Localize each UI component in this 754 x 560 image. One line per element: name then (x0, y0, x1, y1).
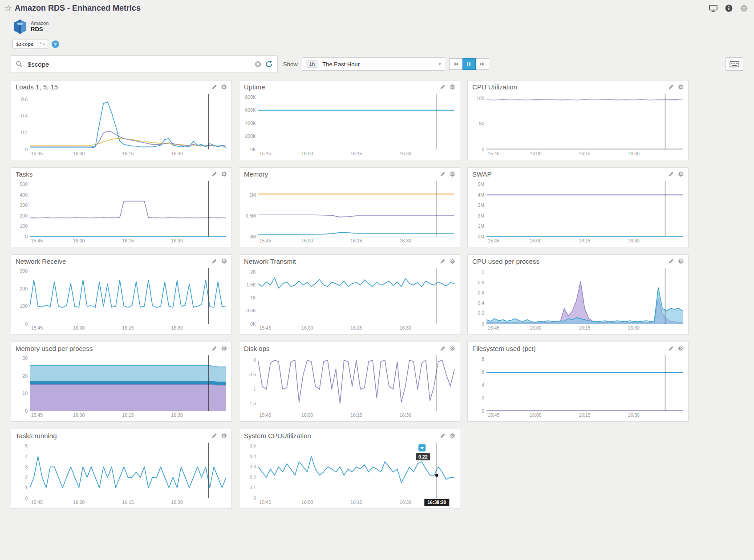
svg-text:0.6: 0.6 (21, 97, 28, 102)
chart-plot[interactable]: 0246815:4516:0016:1516:30 (468, 353, 687, 419)
svg-text:4M: 4M (478, 192, 484, 197)
fast-forward-icon (479, 61, 485, 67)
edit-pencil-icon[interactable] (668, 346, 674, 351)
chart-plot[interactable]: 0-0.5-1-1.515:4516:0016:1516:30 (239, 353, 459, 419)
svg-text:16:00: 16:00 (301, 412, 313, 418)
chart-settings-gear-icon[interactable] (450, 258, 455, 264)
chart-title: Disk ops (244, 345, 440, 352)
chart-title: Tasks running (16, 432, 211, 439)
svg-text:0: 0 (25, 147, 28, 152)
edit-pencil-icon[interactable] (668, 258, 674, 264)
svg-text:16:00: 16:00 (73, 238, 85, 243)
chart-plot[interactable]: 0K200K400K600K800K15:4516:0016:1516:30 (239, 92, 459, 157)
svg-text:15:45: 15:45 (259, 151, 271, 156)
chart-settings-gear-icon[interactable] (678, 258, 684, 264)
svg-text:2K: 2K (250, 269, 256, 274)
svg-text:500: 500 (20, 181, 28, 187)
svg-text:20: 20 (22, 373, 28, 379)
help-icon[interactable]: ? (52, 40, 59, 48)
search-input[interactable] (27, 60, 251, 68)
svg-text:0: 0 (25, 234, 28, 239)
edit-pencil-icon[interactable] (440, 258, 446, 264)
chart-settings-gear-icon[interactable] (678, 346, 684, 351)
time-forward-button[interactable] (476, 58, 489, 70)
svg-text:800K: 800K (245, 94, 256, 100)
edit-pencil-icon[interactable] (211, 346, 217, 351)
chart-plot[interactable]: 0M1M2M3M4M5M15:4516:0016:1516:30 (468, 179, 687, 245)
edit-pencil-icon[interactable] (440, 433, 446, 439)
chart-plot[interactable]: 00.10.20.30.40.515:4516:0016:1516:300.22… (239, 440, 459, 506)
range-label: The Past Hour (322, 61, 435, 68)
svg-text:16:00: 16:00 (301, 500, 313, 505)
chart-plot[interactable]: 010020030040050015:4516:0016:1516:30 (11, 179, 231, 245)
tv-mode-icon[interactable] (709, 4, 718, 12)
chart-title: Loads 1, 5, 15 (16, 83, 211, 91)
chart-settings-gear-icon[interactable] (450, 433, 455, 439)
svg-text:1M: 1M (478, 223, 484, 229)
pause-button[interactable] (462, 58, 476, 70)
scope-variable-chip[interactable]: $scope *▾ (12, 40, 48, 49)
edit-pencil-icon[interactable] (211, 84, 217, 90)
svg-text:16:00: 16:00 (301, 238, 313, 243)
range-badge: 1h (306, 60, 319, 68)
scope-variable-value[interactable]: *▾ (37, 40, 48, 48)
svg-text:0.4: 0.4 (249, 454, 256, 459)
chart-plot[interactable]: 01234515:4516:0016:1516:30 (11, 440, 231, 506)
svg-text:16:30: 16:30 (400, 325, 411, 330)
time-back-button[interactable] (449, 58, 462, 70)
chart-settings-gear-icon[interactable] (221, 346, 227, 351)
chart-plot[interactable]: 0K0.5K1K1.5K2K15:4516:0016:1516:30 (239, 266, 459, 332)
chart-plot[interactable]: 010203015:4516:0016:1516:30 (11, 353, 231, 419)
svg-text:6: 6 (482, 369, 484, 375)
chart-plot[interactable]: 00.20.40.60.8115:4516:0016:1516:30 (468, 266, 687, 332)
keyboard-shortcuts-button[interactable] (726, 57, 743, 71)
chart-settings-gear-icon[interactable] (221, 433, 227, 439)
info-icon[interactable] (725, 4, 733, 12)
svg-text:3M: 3M (478, 202, 484, 208)
chart-settings-gear-icon[interactable] (221, 84, 227, 90)
edit-pencil-icon[interactable] (440, 84, 446, 90)
refresh-icon[interactable] (265, 60, 273, 68)
svg-text:16:30: 16:30 (628, 151, 640, 156)
svg-text:16:15: 16:15 (122, 151, 134, 156)
edit-pencil-icon[interactable] (211, 433, 217, 439)
edit-pencil-icon[interactable] (211, 171, 217, 177)
chart-plot[interactable]: 010020030015:4516:0016:1516:30 (11, 266, 231, 332)
chart-settings-gear-icon[interactable] (450, 346, 455, 351)
svg-text:15:45: 15:45 (31, 238, 43, 243)
svg-text:16:30: 16:30 (400, 412, 411, 418)
chart-panel-memory: Memory 0M0.5M1M15:4516:0016:1516:30 (239, 167, 460, 247)
chart-panel-disk-ops: Disk ops 0-0.5-1-1.515:4516:0016:1516:30 (239, 342, 460, 422)
edit-pencil-icon[interactable] (440, 171, 446, 177)
top-header: ☆ Amazon RDS - Enhanced Metrics (0, 0, 754, 15)
edit-pencil-icon[interactable] (668, 171, 674, 177)
svg-text:0: 0 (482, 321, 484, 326)
edit-pencil-icon[interactable] (211, 258, 217, 264)
svg-text:1.5K: 1.5K (246, 282, 256, 287)
svg-text:15:45: 15:45 (488, 325, 499, 330)
time-range-group: Show 1h The Past Hour ▾ (283, 57, 489, 71)
edit-pencil-icon[interactable] (440, 346, 446, 351)
chart-settings-gear-icon[interactable] (221, 171, 227, 177)
scope-search-box[interactable] (11, 55, 278, 73)
clear-search-icon[interactable] (255, 61, 261, 68)
chart-settings-gear-icon[interactable] (221, 258, 227, 264)
chart-settings-gear-icon[interactable] (450, 171, 455, 177)
chart-plot[interactable]: 0M0.5M1M15:4516:0016:1516:30 (239, 179, 459, 245)
chart-plot[interactable]: 05010015:4516:0016:1516:30 (468, 92, 687, 157)
chart-settings-gear-icon[interactable] (678, 84, 684, 90)
svg-text:400K: 400K (245, 121, 256, 126)
time-range-select[interactable]: 1h The Past Hour ▾ (302, 57, 445, 71)
svg-text:16:00: 16:00 (530, 238, 541, 243)
svg-text:300: 300 (20, 202, 28, 208)
chart-plot[interactable]: 00.20.40.615:4516:0016:1516:30 (11, 92, 231, 157)
chart-title: Memory used per process (16, 345, 211, 352)
chart-settings-gear-icon[interactable] (678, 171, 684, 177)
gear-icon[interactable] (740, 4, 748, 12)
svg-text:16:30: 16:30 (171, 500, 183, 505)
edit-pencil-icon[interactable] (668, 84, 674, 90)
svg-text:16:30: 16:30 (400, 238, 411, 243)
favorite-star-icon[interactable]: ☆ (4, 4, 12, 12)
svg-text:0.8: 0.8 (478, 280, 484, 285)
chart-settings-gear-icon[interactable] (450, 84, 455, 90)
